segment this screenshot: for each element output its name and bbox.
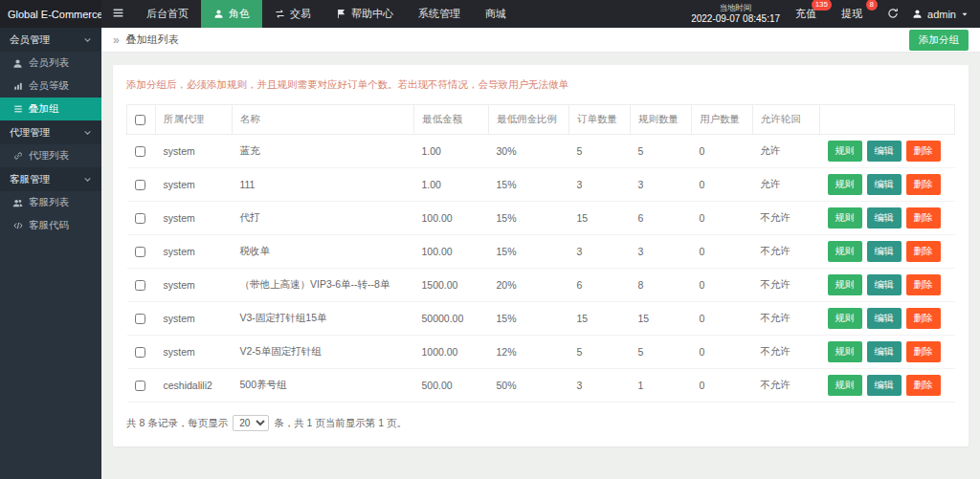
cell-orders: 15 [569,202,631,235]
recharge-link[interactable]: 充值 135 [795,7,816,21]
sidebar-section-header[interactable]: 会员管理 [0,28,101,52]
sidebar-section-header[interactable]: 客服管理 [0,167,101,191]
top-nav-item[interactable]: 交易 [262,0,323,28]
sidebar-item[interactable]: 会员等级 [0,75,101,98]
sidebar-item[interactable]: 代理列表 [0,144,101,167]
rule-button[interactable]: 规则 [828,207,862,229]
edit-button[interactable]: 编辑 [867,274,902,295]
sidebar-item[interactable]: 叠加组 [0,98,101,120]
chevron-down-icon [83,175,92,184]
edit-button[interactable]: 编辑 [867,341,902,362]
edit-button[interactable]: 编辑 [867,241,902,262]
cell-recycle: 不允许 [753,369,820,403]
cell-agent: system [156,135,233,168]
rule-button[interactable]: 规则 [828,174,862,195]
column-header: 规则数量 [631,105,692,135]
breadcrumb: » 叠加组列表 添加分组 [101,28,980,53]
cell-commission: 30% [489,135,569,168]
delete-button[interactable]: 删除 [906,207,941,229]
select-all-cell [127,105,156,135]
edit-button[interactable]: 编辑 [867,174,902,195]
table-body: system蓝充1.0030%550允许规则编辑删除system1111.001… [127,135,955,403]
withdraw-link[interactable]: 提现 8 [841,7,862,21]
row-actions-cell: 规则编辑删除 [820,135,955,168]
top-nav-item-label: 后台首页 [146,7,189,21]
edit-button[interactable]: 编辑 [867,375,902,396]
sidebar-item[interactable]: 会员列表 [0,52,101,75]
cell-users: 0 [692,369,753,403]
cell-commission: 15% [489,202,569,235]
sidebar-section-header[interactable]: 代理管理 [0,120,101,144]
cell-min_amount: 1000.00 [414,336,489,369]
row-checkbox[interactable] [135,213,145,224]
top-nav-item[interactable]: 后台首页 [134,0,201,28]
row-checkbox[interactable] [135,280,145,291]
row-checkbox[interactable] [135,381,145,391]
cell-rules: 15 [631,302,692,336]
rule-button[interactable]: 规则 [828,308,862,329]
exchange-icon [275,9,285,19]
page-title: 叠加组列表 [126,33,179,47]
delete-button[interactable]: 删除 [906,375,941,396]
row-select-cell [127,269,156,302]
cell-orders: 6 [569,269,631,302]
sidebar-item[interactable]: 客服列表 [0,191,101,214]
top-nav-item[interactable]: 帮助中心 [323,0,406,28]
sidebar-item-label: 会员列表 [29,56,69,70]
admin-menu[interactable]: admin [912,9,969,20]
column-header: 最低金额 [414,105,489,135]
rule-button[interactable]: 规则 [828,375,862,396]
delete-button[interactable]: 删除 [906,341,941,362]
sidebar-section-label: 客服管理 [10,173,50,186]
row-select-cell [127,168,156,202]
select-all-checkbox[interactable] [135,115,145,125]
rule-button[interactable]: 规则 [828,141,862,162]
edit-button[interactable]: 编辑 [867,141,902,162]
top-nav-item[interactable]: 角色 [201,0,262,28]
menu-icon [112,7,124,21]
delete-button[interactable]: 删除 [906,274,941,295]
row-actions-cell: 规则编辑删除 [820,302,955,336]
pagination-prefix: 共 8 条记录，每页显示 [126,417,228,430]
top-nav-item-label: 系统管理 [418,7,460,21]
top-nav-item[interactable]: 商城 [473,0,519,28]
rule-button[interactable]: 规则 [828,274,862,295]
withdraw-label: 提现 [841,8,862,19]
cell-min_amount: 1.00 [414,135,489,168]
delete-button[interactable]: 删除 [906,141,941,162]
delete-button[interactable]: 删除 [906,174,941,195]
sidebar-section-label: 代理管理 [10,126,50,140]
sidebar-item[interactable]: 客服代码 [0,214,101,237]
breadcrumb-arrow-icon: » [113,33,120,47]
row-checkbox[interactable] [135,180,145,190]
person-icon [12,58,23,69]
local-time-label: 当地时间 [691,3,780,13]
delete-button[interactable]: 删除 [906,308,941,329]
cell-rules: 5 [631,336,692,369]
top-nav-item[interactable]: 系统管理 [406,0,473,28]
refresh-icon [887,8,899,21]
row-checkbox[interactable] [135,347,145,358]
cell-min_amount: 100.00 [414,202,489,235]
refresh-button[interactable] [887,8,899,21]
cell-commission: 50% [489,369,569,403]
edit-button[interactable]: 编辑 [867,207,902,229]
cell-name: 蓝充 [233,135,414,168]
delete-button[interactable]: 删除 [906,241,941,262]
row-checkbox[interactable] [135,247,145,257]
cell-orders: 5 [569,336,631,369]
row-checkbox[interactable] [135,146,145,157]
cell-orders: 3 [569,369,631,403]
list-icon [12,104,23,114]
menu-toggle-button[interactable] [101,0,134,28]
cell-name: V3-固定打针组15单 [233,302,414,336]
row-checkbox[interactable] [135,314,145,324]
rule-button[interactable]: 规则 [828,241,862,262]
rule-button[interactable]: 规则 [828,341,862,362]
per-page-select[interactable]: 20 [233,415,269,431]
row-actions-cell: 规则编辑删除 [820,336,955,369]
add-group-button[interactable]: 添加分组 [909,30,969,51]
edit-button[interactable]: 编辑 [867,308,902,329]
hint-text: 添加分组后，必须添加规则，并且规则需要对应好订单个数。若出现不符情况，会导致用户… [126,78,955,92]
cell-name: V2-5单固定打针组 [233,336,414,369]
